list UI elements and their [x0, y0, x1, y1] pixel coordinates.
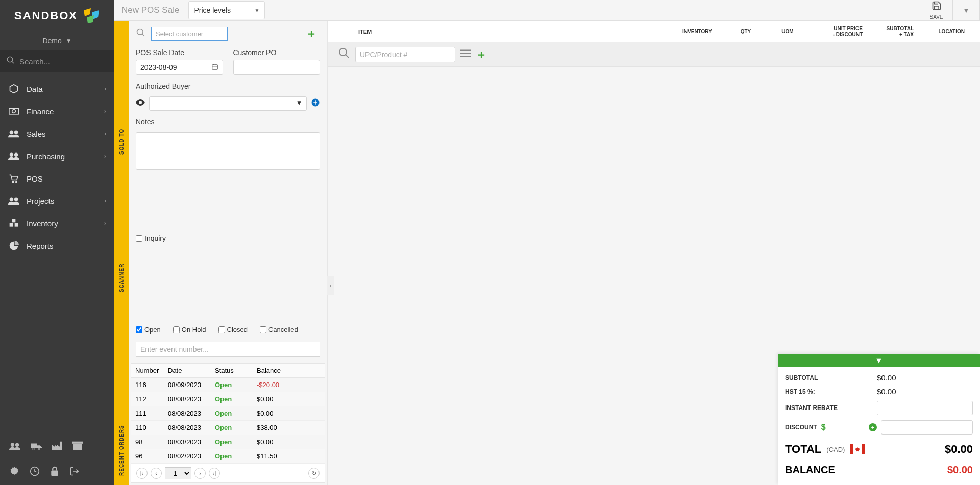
lock-icon[interactable] — [50, 466, 59, 479]
filter-open-checkbox[interactable] — [136, 326, 142, 333]
sidebar-item-sales[interactable]: Sales › — [0, 122, 114, 145]
table-pager: |‹ ‹ 1 › ›| ↻ — [131, 464, 325, 483]
totals-collapse-button[interactable]: ▼ — [778, 354, 980, 367]
list-icon[interactable] — [460, 48, 471, 60]
sidebar-item-reports[interactable]: Reports — [0, 235, 114, 257]
event-number-input[interactable] — [136, 342, 320, 357]
inquiry-checkbox[interactable] — [136, 235, 142, 242]
eye-icon[interactable] — [136, 99, 145, 108]
total-label: TOTAL — [785, 443, 821, 456]
upc-input[interactable] — [355, 47, 455, 62]
chevron-right-icon: › — [104, 108, 106, 115]
search-icon[interactable] — [338, 47, 350, 62]
table-row[interactable]: 11108/08/2023Open$0.00 — [131, 406, 325, 421]
boxes-icon — [8, 219, 19, 228]
search-icon[interactable] — [136, 28, 146, 40]
cube-icon — [8, 84, 19, 94]
cell-number: 98 — [131, 435, 164, 449]
sidebar-item-pos[interactable]: POS — [0, 167, 114, 190]
save-label: SAVE — [930, 14, 943, 20]
tab-sold-to[interactable]: SOLD TO — [119, 21, 125, 164]
tab-recent-orders[interactable]: RECENT ORDERS — [119, 301, 125, 485]
rebate-input[interactable] — [877, 401, 973, 415]
sidebar-item-data[interactable]: Data › — [0, 78, 114, 100]
pos-sale-date-input[interactable]: 2023-08-09 — [136, 60, 223, 75]
price-levels-select[interactable]: Price levels ▼ — [188, 1, 265, 19]
filter-on-hold[interactable]: On Hold — [173, 326, 206, 334]
pager-refresh-button[interactable]: ↻ — [308, 468, 320, 479]
people-icon[interactable] — [9, 441, 20, 453]
hst-label: HST 15 %: — [785, 388, 877, 395]
clock-icon[interactable] — [30, 466, 40, 479]
sidebar-item-finance[interactable]: Finance › — [0, 100, 114, 122]
global-search[interactable] — [0, 50, 114, 72]
filter-onhold-checkbox[interactable] — [173, 326, 180, 333]
svg-point-6 — [12, 110, 16, 113]
sidebar-item-inventory[interactable]: Inventory › — [0, 212, 114, 235]
table-row[interactable]: 11008/08/2023Open$38.00 — [131, 421, 325, 435]
add-buyer-button[interactable] — [311, 98, 320, 110]
filter-open[interactable]: Open — [136, 326, 161, 334]
save-button[interactable]: SAVE — [920, 0, 952, 20]
collapse-panel-button[interactable]: ‹ — [327, 276, 334, 295]
pager-page-select[interactable]: 1 — [165, 467, 191, 479]
brand-name: SANDBOX — [14, 9, 78, 22]
total-currency: (CAD) — [826, 446, 845, 453]
th-number[interactable]: Number — [131, 364, 164, 377]
more-menu-button[interactable]: ▼ — [952, 0, 980, 20]
factory-icon[interactable] — [52, 441, 62, 453]
dollar-icon[interactable]: $ — [821, 423, 826, 432]
th-balance[interactable]: Balance — [253, 364, 325, 377]
svg-point-18 — [11, 443, 14, 446]
table-row[interactable]: 11208/08/2023Open$0.00 — [131, 392, 325, 406]
app-sidebar: SANDBOX Demo ▼ Dat — [0, 0, 114, 485]
svg-point-13 — [10, 198, 13, 201]
tab-scanner[interactable]: SCANNER — [119, 164, 125, 301]
authorized-buyer-select[interactable]: ▼ — [149, 96, 307, 111]
global-search-input[interactable] — [19, 57, 108, 66]
nav-label: POS — [27, 174, 43, 183]
chevron-down-icon: ▼ — [66, 37, 72, 44]
filter-cancelled-checkbox[interactable] — [260, 326, 266, 333]
svg-rect-30 — [212, 64, 217, 69]
add-line-button[interactable]: ＋ — [476, 47, 487, 62]
table-row[interactable]: 11608/09/2023Open-$20.00 — [131, 378, 325, 392]
money-icon — [8, 108, 19, 115]
page-title: New POS Sale — [121, 5, 179, 15]
discount-input[interactable] — [881, 420, 973, 435]
add-discount-button[interactable]: + — [869, 423, 877, 431]
header-location: LOCATION — [914, 29, 970, 34]
pager-first-button[interactable]: |‹ — [136, 468, 148, 479]
gear-icon[interactable] — [9, 466, 19, 479]
nav-label: Purchasing — [27, 152, 65, 161]
pager-last-button[interactable]: ›| — [209, 468, 220, 479]
pos-sale-date-label: POS Sale Date — [136, 48, 223, 57]
pager-next-button[interactable]: › — [194, 468, 206, 479]
add-customer-button[interactable]: ＋ — [306, 26, 320, 41]
th-status[interactable]: Status — [211, 364, 253, 377]
context-switcher[interactable]: Demo ▼ — [0, 32, 114, 50]
filter-closed-checkbox[interactable] — [218, 326, 225, 333]
logout-icon[interactable] — [69, 466, 80, 479]
svg-point-7 — [10, 131, 13, 134]
filter-cancelled[interactable]: Cancelled — [260, 326, 298, 334]
filter-closed[interactable]: Closed — [218, 326, 248, 334]
table-row[interactable]: 9808/03/2023Open$0.00 — [131, 435, 325, 449]
nav-label: Projects — [27, 197, 54, 206]
sidebar-item-purchasing[interactable]: Purchasing › — [0, 145, 114, 167]
archive-icon[interactable] — [72, 441, 83, 453]
pager-prev-button[interactable]: ‹ — [151, 468, 162, 479]
inquiry-checkbox-label[interactable]: Inquiry — [136, 234, 320, 242]
customer-po-input[interactable] — [233, 60, 321, 75]
table-body[interactable]: 11608/09/2023Open-$20.0011208/08/2023Ope… — [131, 378, 325, 464]
table-row[interactable]: 9608/02/2023Open$11.50 — [131, 449, 325, 464]
select-customer-input[interactable] — [151, 27, 228, 41]
totals-card: ▼ SUBTOTAL $0.00 HST 15 %: $0.00 INSTANT… — [778, 354, 980, 485]
cell-date: 08/03/2023 — [164, 435, 211, 449]
notes-textarea[interactable] — [136, 132, 320, 170]
truck-icon[interactable] — [31, 441, 42, 453]
cell-status: Open — [211, 406, 253, 420]
cell-status: Open — [211, 392, 253, 406]
sidebar-item-projects[interactable]: Projects › — [0, 190, 114, 212]
th-date[interactable]: Date — [164, 364, 211, 377]
